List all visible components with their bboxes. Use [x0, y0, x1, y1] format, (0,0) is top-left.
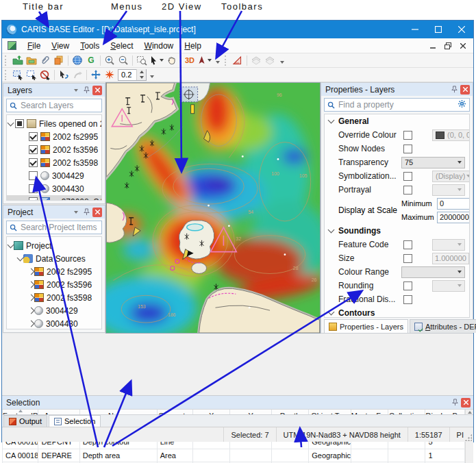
portrayal-dropdown[interactable]: [432, 184, 465, 196]
google-earth-button[interactable]: G: [84, 54, 98, 67]
layer-checkbox[interactable]: [29, 171, 38, 180]
maximize-button[interactable]: [427, 21, 450, 38]
section-contours[interactable]: Contours: [325, 306, 469, 318]
rounding-checkbox[interactable]: [403, 281, 412, 290]
sounding-colour-range-dropdown[interactable]: [401, 266, 465, 278]
feature-code-dropdown[interactable]: [432, 239, 465, 251]
chevron-right-icon[interactable]: [28, 281, 35, 288]
menu-tools[interactable]: Tools: [75, 40, 105, 52]
3d-view-button[interactable]: 3D: [183, 54, 197, 67]
table-cell[interactable]: [193, 449, 230, 462]
layer-checkbox[interactable]: [15, 119, 24, 128]
properties-close-button[interactable]: [460, 85, 470, 95]
size-checkbox[interactable]: [403, 254, 412, 263]
layer-down-button-disabled[interactable]: [263, 54, 277, 67]
rounding-dropdown[interactable]: [432, 280, 465, 292]
toolbar-grip[interactable]: [225, 55, 228, 66]
project-item-3004429[interactable]: 3004429: [7, 304, 101, 317]
toolbar-grip[interactable]: [5, 55, 8, 66]
zoom-in-button[interactable]: [103, 54, 116, 67]
scale-minimum-input[interactable]: 0: [437, 198, 470, 210]
selection-pin-button[interactable]: [450, 398, 460, 408]
chevron-down-icon[interactable]: [8, 119, 14, 126]
table-row[interactable]: CA 00018...DEPAREDepth areaAreaGeographi…: [3, 449, 465, 462]
project-item-2002-fs3598[interactable]: 2002 fs3598: [7, 291, 101, 304]
toolbar-grip[interactable]: [5, 70, 8, 80]
project-item-2002-fs2995[interactable]: 2002 fs2995: [7, 265, 101, 278]
layers-root[interactable]: Files opened on 201...: [7, 117, 101, 130]
layer-checkbox[interactable]: [29, 145, 38, 154]
toolbar-overflow-button[interactable]: [149, 69, 155, 80]
snap-tolerance-spinner[interactable]: 0.2: [118, 69, 147, 81]
redo-edit-button-disabled[interactable]: [71, 68, 84, 82]
zoom-area-button[interactable]: [135, 54, 149, 67]
menu-window[interactable]: Window: [139, 40, 179, 52]
table-cell[interactable]: CA 00018...: [3, 449, 38, 462]
zoom-out-button[interactable]: [116, 54, 130, 67]
layer-item-2002-fs3598[interactable]: 2002 fs3598: [7, 156, 101, 169]
table-cell[interactable]: Depth area: [79, 449, 157, 462]
override-colour-checkbox[interactable]: [403, 131, 412, 140]
pan-button[interactable]: [164, 54, 178, 67]
open-data-button[interactable]: [11, 54, 25, 67]
properties-search-input[interactable]: Find a property: [324, 98, 470, 112]
tab-attributes-depcnt[interactable]: Attributes - DEPCNT: [410, 319, 476, 333]
chevron-down-icon[interactable]: [8, 241, 14, 248]
layer-item-3004429[interactable]: 3004429: [7, 169, 101, 182]
mdi-minimize-button[interactable]: [425, 40, 440, 52]
section-general[interactable]: General: [325, 114, 469, 128]
table-cell[interactable]: [351, 449, 388, 462]
transparency-dropdown[interactable]: 75: [401, 157, 465, 168]
table-cell[interactable]: [230, 449, 271, 462]
chevron-down-icon[interactable]: [17, 254, 24, 261]
layer-item-2002-fs3596[interactable]: 2002 fs3596: [7, 143, 101, 156]
project-item-3004430[interactable]: 3004430: [7, 317, 101, 329]
mdi-close-button[interactable]: [455, 40, 471, 52]
layers-menu-button[interactable]: [71, 86, 80, 95]
attach-button[interactable]: [38, 54, 52, 67]
snap-button[interactable]: [103, 68, 116, 82]
clear-selection-button[interactable]: [38, 68, 52, 82]
spinner-down-button[interactable]: [137, 75, 146, 80]
north-arrow-button[interactable]: [197, 54, 212, 67]
spinner-up-button[interactable]: [137, 69, 146, 75]
fractional-checkbox[interactable]: [403, 295, 412, 304]
show-nodes-checkbox[interactable]: [403, 145, 412, 153]
layers-close-button[interactable]: [92, 86, 102, 95]
project-root[interactable]: Project: [7, 239, 101, 252]
table-cell[interactable]: [388, 449, 425, 462]
tab-properties-layers[interactable]: Properties - Layers: [324, 319, 408, 333]
table-cell[interactable]: DEPARE: [38, 449, 79, 462]
measure-button[interactable]: [231, 54, 245, 67]
properties-pin-button[interactable]: [449, 85, 459, 95]
layers-pin-button[interactable]: [82, 86, 91, 95]
layer-item-2002-fs2995[interactable]: 2002 fs2995: [7, 130, 101, 143]
project-close-button[interactable]: [92, 208, 102, 217]
menu-select[interactable]: Select: [105, 40, 138, 52]
table-cell[interactable]: [271, 449, 308, 462]
tab-output[interactable]: Output: [3, 415, 47, 427]
symbolization-checkbox[interactable]: [403, 172, 412, 181]
section-soundings[interactable]: Soundings: [325, 224, 469, 238]
copy-button[interactable]: [52, 54, 66, 67]
snap-tolerance-value[interactable]: 0.2: [118, 71, 136, 79]
minimize-button[interactable]: [403, 21, 427, 38]
chevron-right-icon[interactable]: [28, 308, 35, 314]
symbolization-dropdown[interactable]: (Display): [432, 171, 470, 182]
override-colour-value[interactable]: (0, 0, 0, 255): [432, 129, 470, 141]
project-menu-button[interactable]: [71, 208, 80, 217]
layer-item-3004430[interactable]: 3004430: [7, 182, 101, 195]
layer-item-ca379028_sa[interactable]: ca379028_SA: [7, 195, 101, 201]
selection-close-button[interactable]: [461, 398, 471, 408]
layer-checkbox[interactable]: [29, 132, 38, 141]
layer-checkbox[interactable]: [29, 184, 38, 193]
edit-feature-button[interactable]: [57, 68, 71, 82]
feature-code-checkbox[interactable]: [403, 240, 412, 249]
chevron-right-icon[interactable]: [28, 268, 35, 275]
layer-checkbox[interactable]: [29, 197, 38, 201]
project-item-2002-fs3596[interactable]: 2002 fs3596: [7, 278, 101, 291]
resize-grip[interactable]: [465, 434, 472, 441]
table-cell[interactable]: Area: [157, 449, 192, 462]
project-search-input[interactable]: Search Project Items: [6, 221, 102, 234]
toolbar-overflow-button[interactable]: [279, 55, 286, 66]
